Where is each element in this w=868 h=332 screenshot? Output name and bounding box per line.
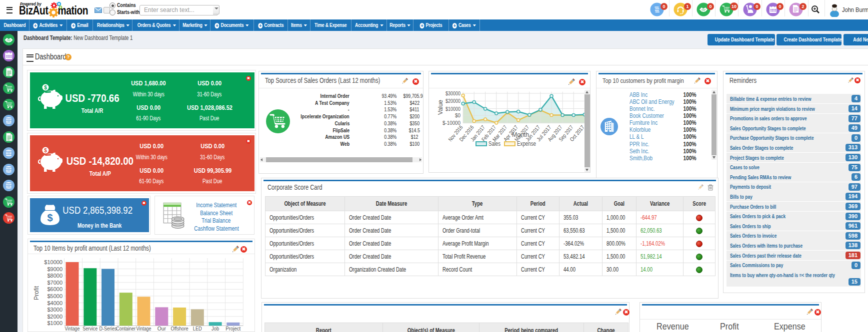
svg-text:$10000: $10000 [446, 106, 460, 112]
svg-text:Vintage: Vintage [65, 326, 80, 332]
svg-text:2: 2 [802, 4, 804, 9]
svg-text:Month: Month [512, 131, 529, 138]
svg-text:10: 10 [732, 4, 736, 9]
svg-text:LED: LED [193, 326, 202, 332]
svg-text:$1000: $1000 [47, 320, 62, 326]
svg-text:0: 0 [709, 4, 712, 9]
svg-text:0: 0 [778, 4, 781, 9]
svg-text:$6000: $6000 [47, 286, 62, 292]
svg-text:Our: Our [158, 326, 166, 332]
svg-text:Vintage: Vintage [136, 326, 152, 332]
svg-text:$4000: $4000 [47, 300, 62, 306]
svg-text:Project: Project [226, 326, 240, 332]
svg-text:Sales: Sales [488, 140, 500, 147]
svg-text:$3000: $3000 [47, 307, 62, 313]
svg-text:$0: $0 [455, 112, 460, 118]
svg-text:Expense: Expense [517, 140, 536, 147]
svg-text:$7000: $7000 [47, 280, 62, 286]
svg-text:$5000: $5000 [47, 293, 62, 299]
svg-text:$: $ [44, 148, 47, 153]
svg-text:Container: Container [116, 326, 136, 332]
svg-text:$10000: $10000 [44, 259, 62, 265]
svg-text:Service: Service [82, 326, 98, 332]
svg-text:$8000: $8000 [47, 273, 62, 279]
svg-text:$30000: $30000 [446, 90, 460, 96]
svg-text:$9000: $9000 [47, 266, 62, 272]
svg-text:$2000: $2000 [47, 314, 62, 320]
svg-text:1: 1 [686, 4, 688, 9]
svg-text:0: 0 [756, 4, 758, 9]
svg-text:$20000: $20000 [446, 98, 460, 104]
svg-text:D-Series: D-Series [100, 326, 117, 332]
svg-text:Profit: Profit [33, 286, 40, 300]
svg-text:Job: Job [212, 326, 219, 332]
svg-text:0: 0 [662, 4, 665, 9]
svg-text:Offshore: Offshore [171, 326, 188, 332]
svg-text:$-10000: $-10000 [442, 120, 460, 126]
svg-text:Value: Value [437, 100, 444, 115]
